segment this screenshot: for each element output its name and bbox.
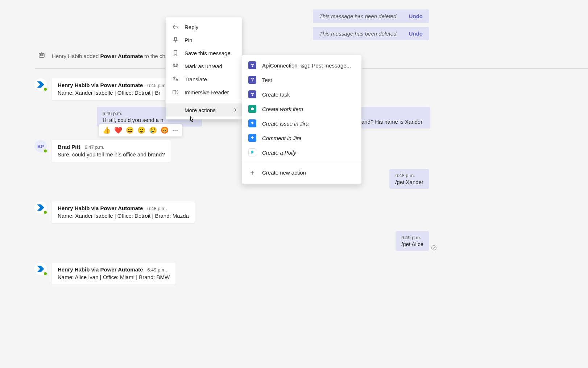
submenu-item-create-task[interactable]: Create task (242, 87, 361, 102)
avatar-power-automate[interactable] (34, 263, 47, 275)
message-body: Name: Xander Isabelle | Office: Detroit … (58, 90, 167, 96)
sender-name: Henry Habib via Power Automate (58, 205, 143, 211)
menu-item-reply[interactable]: Reply (166, 20, 242, 33)
message-body: Sure, could you tell me his office and b… (58, 151, 165, 158)
menu-item-mark-unread[interactable]: Mark as unread (166, 60, 242, 73)
system-event-text: Henry Habib added Power Automate to the … (52, 53, 171, 59)
svg-rect-2 (42, 54, 43, 56)
submenu-item-create-new-action[interactable]: ＋ Create new action (242, 164, 361, 181)
message-time: 6:48 p.m. (395, 173, 423, 178)
svg-point-5 (176, 64, 178, 65)
reaction-laugh[interactable]: 😄 (126, 126, 134, 134)
message-time: 6:47 p.m. (85, 144, 104, 150)
svg-rect-1 (40, 54, 41, 56)
submenu-item-create-jira-issue[interactable]: Create issue in Jira (242, 116, 361, 131)
polly-icon (248, 148, 256, 156)
menu-item-more-actions[interactable]: More actions (166, 103, 242, 116)
avatar-user[interactable]: BP (34, 140, 47, 152)
svg-rect-6 (173, 90, 176, 94)
message-time: 6:45 p.m. (147, 83, 167, 88)
avatar-power-automate[interactable] (34, 78, 47, 91)
reaction-heart[interactable]: ❤️ (114, 126, 122, 134)
message-body: Name: Alice Ivan | Office: Miami | Brand… (58, 274, 170, 280)
svg-rect-0 (39, 53, 44, 57)
reaction-bar: 👍 ❤️ 😄 😮 😢 😡 ⋯ (99, 124, 182, 136)
flow-icon (248, 61, 256, 69)
message-row: Henry Habib via Power Automate 6:48 p.m.… (34, 201, 195, 223)
reaction-sad[interactable]: 😢 (149, 126, 157, 134)
translate-icon (172, 76, 179, 82)
message-row: Henry Habib via Power Automate 6:45 p.m.… (34, 78, 173, 100)
submenu-item-test[interactable]: Test (242, 73, 361, 87)
presence-available-icon (43, 271, 47, 276)
azure-devops-icon (248, 105, 256, 113)
immersive-reader-icon (172, 89, 179, 95)
message-row: Henry Habib via Power Automate 6:49 p.m.… (34, 263, 175, 285)
message-bubble[interactable]: Henry Habib via Power Automate 6:49 p.m.… (52, 263, 175, 285)
undo-link[interactable]: Undo (409, 30, 423, 37)
sender-name: Henry Habib via Power Automate (58, 266, 143, 273)
flow-icon (248, 90, 256, 98)
message-body: and? His name is Xander (361, 119, 425, 125)
message-row: BP Brad Pitt 6:47 p.m. Sure, could you t… (34, 140, 171, 162)
menu-item-immersive-reader[interactable]: Immersive Reader (166, 86, 242, 99)
submenu-item-comment-jira[interactable]: Comment in Jira (242, 131, 361, 145)
deleted-text: This message has been deleted. (319, 30, 398, 37)
message-time: 6:49 p.m. (147, 267, 167, 273)
sender-name: Henry Habib via Power Automate (58, 82, 143, 88)
svg-point-4 (173, 64, 175, 65)
chevron-right-icon (233, 107, 237, 113)
message-bubble[interactable]: Henry Habib via Power Automate 6:45 p.m.… (52, 78, 173, 100)
message-time: 6:49 p.m. (401, 235, 423, 240)
more-options-icon[interactable]: ⋯ (172, 127, 178, 134)
my-message-bubble[interactable]: 6:49 p.m. /get Alice (396, 231, 429, 251)
more-actions-submenu: ApiConnection -&gt: Post message... Test… (242, 55, 361, 184)
message-body: /get Alice (401, 241, 423, 247)
presence-available-icon (43, 87, 47, 91)
menu-item-pin[interactable]: Pin (166, 33, 242, 46)
presence-available-icon (43, 149, 47, 153)
bot-icon (38, 52, 45, 60)
avatar-initials: BP (37, 144, 44, 149)
flow-icon (248, 76, 256, 84)
avatar-power-automate[interactable] (34, 201, 47, 214)
unread-icon (172, 63, 179, 69)
jira-icon (248, 119, 256, 127)
deleted-banner: This message has been deleted. Undo (313, 9, 429, 23)
message-body: /get Xander (395, 179, 423, 185)
seen-indicator-icon (431, 245, 436, 250)
reaction-angry[interactable]: 😡 (161, 126, 169, 134)
deleted-banner: This message has been deleted. Undo (313, 27, 429, 40)
plus-icon: ＋ (248, 168, 256, 177)
message-bubble[interactable]: Henry Habib via Power Automate 6:48 p.m.… (52, 201, 195, 223)
my-message-bubble[interactable]: 6:48 p.m. /get Xander (389, 169, 429, 189)
jira-icon (248, 134, 256, 142)
menu-separator (166, 101, 242, 101)
deleted-text: This message has been deleted. (319, 13, 398, 19)
message-time: 6:48 p.m. (147, 206, 167, 211)
menu-item-save[interactable]: Save this message (166, 46, 242, 60)
my-message-bubble-right[interactable]: and? His name is Xander (361, 107, 430, 128)
context-menu: Reply Pin Save this message Mark as unre… (166, 17, 242, 119)
pin-icon (172, 37, 179, 43)
reply-icon (172, 24, 179, 30)
reaction-like[interactable]: 👍 (103, 126, 111, 134)
blank-icon (172, 107, 179, 113)
submenu-item-apiconnection[interactable]: ApiConnection -&gt: Post message... (242, 58, 361, 73)
undo-link[interactable]: Undo (409, 13, 423, 19)
presence-available-icon (43, 210, 47, 214)
sender-name: Brad Pitt (58, 144, 80, 150)
submenu-item-create-work-item[interactable]: Create work item (242, 102, 361, 116)
submenu-item-create-polly[interactable]: Create a Polly (242, 145, 361, 160)
message-body: Name: Xander Isabelle | Office: Detroit … (58, 213, 189, 219)
chat-area: This message has been deleted. Undo This… (34, 0, 588, 368)
menu-item-translate[interactable]: Translate (166, 73, 242, 86)
reaction-surprised[interactable]: 😮 (137, 126, 145, 134)
menu-separator (242, 162, 361, 162)
bookmark-icon (172, 50, 179, 56)
message-bubble[interactable]: Brad Pitt 6:47 p.m. Sure, could you tell… (52, 140, 171, 162)
